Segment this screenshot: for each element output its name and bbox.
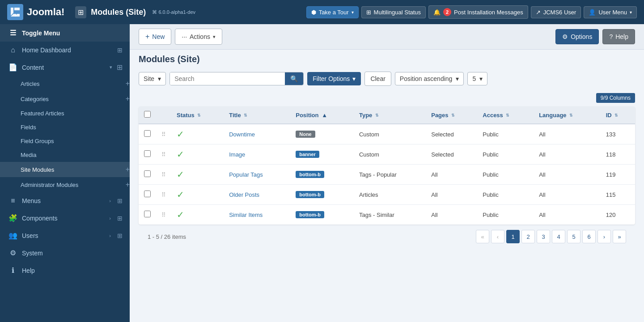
search-button[interactable]: 🔍 (285, 72, 303, 85)
sidebar-item-categories[interactable]: Categories + (0, 91, 130, 106)
th-id[interactable]: ID ⇅ (601, 106, 635, 124)
sidebar-item-admin-modules[interactable]: Administrator Modules + (0, 177, 130, 192)
take-tour-button[interactable]: ⬢ Take a Tour ▾ (306, 6, 359, 18)
sidebar-item-articles[interactable]: Articles + (0, 76, 130, 91)
jcms-user-button[interactable]: ↗ JCMS6 User (531, 6, 581, 18)
sort-select[interactable]: Position ascending ▾ (395, 72, 464, 85)
categories-label: Categories (21, 96, 49, 102)
pagination-page-5[interactable]: 5 (567, 230, 580, 243)
logo[interactable]: Joomla! (7, 4, 64, 20)
pagination-first-button[interactable]: « (476, 230, 489, 243)
post-install-button[interactable]: 🔔 2 Post Installation Messages (428, 5, 528, 19)
row-access-cell: Public (477, 165, 534, 185)
new-button[interactable]: + New (139, 29, 171, 45)
th-title[interactable]: Title ⇅ (224, 106, 290, 124)
th-language[interactable]: Language ⇅ (534, 106, 601, 124)
row-checkbox-cell[interactable] (139, 144, 156, 165)
row-checkbox-cell[interactable] (139, 124, 156, 144)
sidebar-item-help[interactable]: ℹ Help (0, 262, 130, 279)
per-page-select[interactable]: 5 ▾ (467, 72, 487, 85)
th-type[interactable]: Type ⇅ (354, 106, 426, 124)
search-input[interactable] (170, 72, 285, 85)
row-title-link[interactable]: Downtime (229, 131, 255, 138)
pagination-page-4[interactable]: 4 (552, 230, 565, 243)
row-type-cell: Tags - Similar (354, 205, 426, 225)
type-sort-icon: ⇅ (375, 114, 379, 118)
sidebar-item-components[interactable]: 🧩 Components › ⊞ (0, 209, 130, 227)
row-language-cell: All (534, 185, 601, 205)
th-pages[interactable]: Pages ⇅ (426, 106, 477, 124)
row-status-cell[interactable]: ✓ (171, 144, 224, 165)
sidebar-item-content[interactable]: 📄 Content ▾ ⊞ (0, 59, 130, 76)
row-drag-cell[interactable]: ⠿ (156, 144, 171, 165)
row-status-cell[interactable]: ✓ (171, 165, 224, 185)
actions-button[interactable]: ··· Actions ▾ (175, 29, 222, 45)
pagination-page-2[interactable]: 2 (521, 230, 535, 243)
row-drag-cell[interactable]: ⠿ (156, 185, 171, 205)
main-content: + New ··· Actions ▾ ⚙ Options ? Help (130, 24, 644, 322)
position-badge: banner (296, 151, 319, 158)
joomla-logo-icon (7, 4, 23, 20)
pagination-last-button[interactable]: » (613, 230, 626, 243)
row-status-cell[interactable]: ✓ (171, 205, 224, 225)
row-title-link[interactable]: Older Posts (229, 191, 259, 198)
sidebar-item-users[interactable]: 👥 Users › ⊞ (0, 227, 130, 244)
sidebar-item-featured-articles[interactable]: Featured Articles (0, 106, 130, 120)
row-drag-cell[interactable]: ⠿ (156, 205, 171, 225)
sidebar-home-label: Home Dashboard (22, 47, 111, 54)
row-checkbox[interactable] (144, 170, 151, 177)
th-position[interactable]: Position ▲ (290, 106, 354, 124)
row-checkbox-cell[interactable] (139, 165, 156, 185)
row-pages: All (431, 212, 437, 218)
th-status[interactable]: Status ⇅ (171, 106, 224, 124)
sidebar-item-fields[interactable]: Fields (0, 120, 130, 134)
row-title-link[interactable]: Similar Items (229, 212, 263, 218)
multilingual-button[interactable]: ⊞ Multilingual Status (361, 6, 426, 18)
row-checkbox[interactable] (144, 130, 151, 137)
sidebar-item-site-modules[interactable]: Site Modules + (0, 162, 130, 177)
row-status-cell[interactable]: ✓ (171, 124, 224, 144)
pagination-page-1[interactable]: 1 (506, 230, 520, 243)
clear-button[interactable]: Clear (364, 72, 391, 86)
row-checkbox[interactable] (144, 191, 151, 197)
options-button[interactable]: ⚙ Options (555, 29, 599, 44)
row-language: All (539, 212, 545, 218)
status-check-icon: ✓ (177, 169, 184, 179)
pagination-next-button[interactable]: › (597, 230, 611, 243)
pages-sort-icon: ⇅ (451, 114, 455, 118)
row-drag-cell[interactable]: ⠿ (156, 124, 171, 144)
row-title-link[interactable]: Popular Tags (229, 171, 263, 178)
row-title-link[interactable]: Image (229, 151, 245, 158)
row-drag-cell[interactable]: ⠿ (156, 165, 171, 185)
row-checkbox-cell[interactable] (139, 185, 156, 205)
user-menu-button[interactable]: 👤 User Menu ▾ (584, 6, 637, 18)
sidebar-item-system[interactable]: ⚙ System (0, 244, 130, 262)
row-checkbox[interactable] (144, 150, 151, 157)
row-checkbox[interactable] (144, 211, 151, 217)
sidebar-item-home-dashboard[interactable]: ⌂ Home Dashboard ⊞ (0, 42, 130, 59)
sidebar-item-field-groups[interactable]: Field Groups (0, 134, 130, 148)
jcms-user-label: JCMS6 User (543, 9, 576, 16)
search-icon: 🔍 (290, 75, 298, 82)
filter-options-button[interactable]: Filter Options ▾ (307, 72, 361, 85)
pagination-page-3[interactable]: 3 (537, 230, 550, 243)
row-checkbox-cell[interactable] (139, 205, 156, 225)
position-badge: None (296, 131, 315, 138)
pagination-prev-button[interactable]: ‹ (491, 230, 504, 243)
row-title-cell: Downtime (224, 124, 290, 144)
sidebar-item-media[interactable]: Media (0, 148, 130, 162)
select-all-checkbox[interactable] (144, 111, 151, 118)
sidebar-item-menus[interactable]: ≡ Menus › ⊞ (0, 192, 130, 209)
scope-select[interactable]: Site ▾ (139, 72, 166, 85)
th-checkbox[interactable] (139, 106, 156, 124)
sidebar-content-label: Content (22, 64, 105, 71)
columns-toggle-button[interactable]: 9/9 Columns (596, 93, 635, 103)
sidebar-item-toggle-menu[interactable]: ☰ Toggle Menu (0, 24, 130, 42)
drag-handle-icon: ⠿ (161, 131, 166, 138)
th-access[interactable]: Access ⇅ (477, 106, 534, 124)
row-status-cell[interactable]: ✓ (171, 185, 224, 205)
columns-toggle-label: 9/9 Columns (601, 95, 631, 101)
help-button[interactable]: ? Help (602, 29, 635, 44)
pagination-page-6[interactable]: 6 (582, 230, 596, 243)
notification-count: 2 (443, 8, 451, 16)
